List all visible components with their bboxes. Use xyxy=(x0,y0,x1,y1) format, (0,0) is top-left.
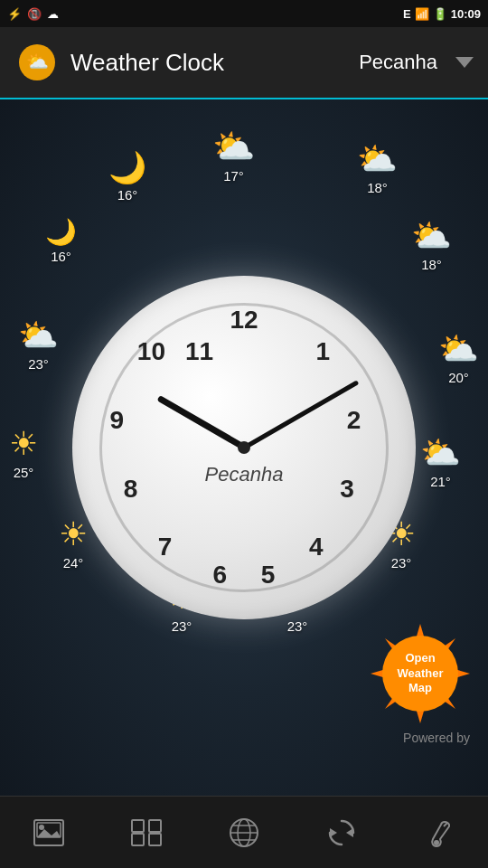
app-icon: ⛅ xyxy=(14,40,60,85)
battery-icon: 🔋 xyxy=(433,7,447,21)
weather-2: ⛅ 18° xyxy=(411,217,452,272)
weather-4: ⛅ 21° xyxy=(420,434,461,489)
temp-7: 23° xyxy=(172,618,192,634)
dropdown-arrow-icon[interactable] xyxy=(455,57,474,68)
weather-10: ⛅ 23° xyxy=(18,316,59,372)
temp-3: 20° xyxy=(448,370,469,385)
temp-11b: 16° xyxy=(117,187,138,203)
num-11: 11 xyxy=(185,337,213,366)
refresh-icon xyxy=(326,817,357,848)
svg-point-26 xyxy=(434,840,439,845)
temp-6: 23° xyxy=(287,618,308,634)
num-10: 10 xyxy=(137,337,165,366)
svg-marker-25 xyxy=(330,828,337,837)
weather-11: 🌙 16° xyxy=(45,217,77,264)
temp-1: 18° xyxy=(367,180,388,195)
signal-bars: 📶 xyxy=(415,7,429,21)
svg-rect-17 xyxy=(132,834,144,845)
app-title: Weather Clock xyxy=(70,49,348,77)
svg-rect-18 xyxy=(149,834,161,845)
temp-2: 18° xyxy=(421,257,442,272)
usb-icon: ⚡ xyxy=(7,7,22,21)
location-label: Pecanha xyxy=(359,51,437,74)
bottom-nav xyxy=(0,796,488,868)
svg-rect-16 xyxy=(149,820,161,832)
temp-4: 21° xyxy=(430,474,451,489)
status-left-icons: ⚡ 📵 ☁ xyxy=(7,7,59,21)
num-7: 7 xyxy=(158,533,173,561)
wrench-icon xyxy=(424,817,455,848)
owm-label: Open Weather Map xyxy=(397,651,443,697)
weather-12: ⛅ 17° xyxy=(212,127,255,184)
main-content: ⛅ 17° ⛅ 18° ⛅ 18° ⛅ 20° ⛅ 21° ☀ 23° ☀ 23… xyxy=(0,99,488,796)
svg-rect-15 xyxy=(132,820,144,832)
app-bar: ⛅ Weather Clock Pecanha xyxy=(0,27,488,99)
powered-by-text: Powered by xyxy=(403,731,470,745)
svg-point-13 xyxy=(39,825,44,830)
nav-gallery[interactable] xyxy=(22,806,76,860)
globe-icon xyxy=(229,817,259,848)
nav-settings[interactable] xyxy=(412,806,466,860)
status-bar: ⚡ 📵 ☁ E 📶 🔋 10:09 xyxy=(0,0,488,27)
temp-11: 16° xyxy=(51,249,71,264)
clock-center-dot xyxy=(238,441,250,454)
nav-globe[interactable] xyxy=(217,806,271,860)
num-12: 12 xyxy=(230,306,258,335)
network-type: E xyxy=(403,7,411,21)
num-9: 9 xyxy=(110,406,125,435)
nav-grid[interactable] xyxy=(119,806,174,860)
clock-time: 10:09 xyxy=(451,7,481,21)
city-name-display: Pecanha xyxy=(205,463,284,486)
status-right-info: E 📶 🔋 10:09 xyxy=(403,7,481,21)
gallery-icon xyxy=(33,819,64,846)
num-2: 2 xyxy=(347,406,361,435)
clock-container: 12 1 2 3 4 5 6 7 8 9 10 11 Pecanha xyxy=(72,276,416,619)
notification-icon: 📵 xyxy=(27,7,42,21)
num-4: 4 xyxy=(309,533,324,561)
grid-icon xyxy=(131,819,162,846)
nav-refresh[interactable] xyxy=(314,806,369,860)
temp-10: 23° xyxy=(28,356,49,372)
svg-rect-11 xyxy=(34,820,63,845)
num-1: 1 xyxy=(316,337,331,366)
svg-text:⛅: ⛅ xyxy=(26,51,49,72)
weather-3: ⛅ 20° xyxy=(438,330,479,385)
num-5: 5 xyxy=(261,561,276,590)
open-weather-map-button[interactable]: Open Weather Map xyxy=(371,624,470,723)
svg-line-27 xyxy=(444,823,447,826)
num-3: 3 xyxy=(340,475,354,504)
weather-1: ⛅ 18° xyxy=(357,140,398,195)
temp-9: 25° xyxy=(14,465,34,480)
temp-12: 17° xyxy=(223,168,244,184)
weather-11b: 🌙 16° xyxy=(108,149,146,203)
clock-face: 12 1 2 3 4 5 6 7 8 9 10 11 Pecanha xyxy=(72,276,416,619)
cloud-icon-status: ☁ xyxy=(47,7,59,21)
svg-marker-24 xyxy=(346,828,353,837)
num-8: 8 xyxy=(124,475,138,504)
svg-marker-14 xyxy=(37,829,61,837)
num-6: 6 xyxy=(213,561,228,590)
weather-9: ☀ 25° xyxy=(9,425,38,480)
